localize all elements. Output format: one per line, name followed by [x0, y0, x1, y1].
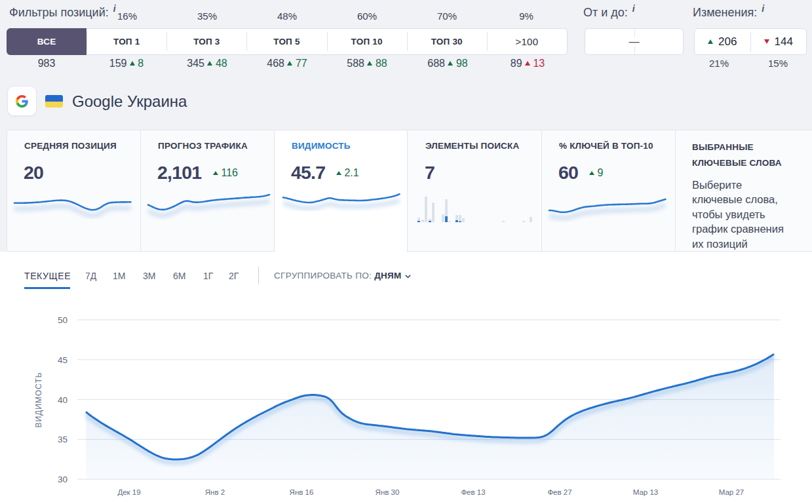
svg-text:45: 45	[58, 355, 68, 365]
svg-text:Янв 16: Янв 16	[290, 488, 314, 496]
svg-text:Мар 13: Мар 13	[633, 488, 659, 496]
svg-text:35: 35	[58, 435, 68, 444]
svg-text:Фев 13: Фев 13	[461, 488, 485, 496]
svg-text:40: 40	[58, 395, 68, 405]
svg-text:Янв 30: Янв 30	[376, 488, 400, 496]
svg-text:50: 50	[58, 315, 68, 325]
svg-text:ВИДИМОСТЬ: ВИДИМОСТЬ	[34, 372, 43, 427]
svg-text:Янв 2: Янв 2	[205, 488, 225, 496]
svg-text:30: 30	[58, 475, 68, 484]
svg-text:Мар 27: Мар 27	[719, 488, 744, 496]
svg-text:Фев 27: Фев 27	[547, 488, 571, 496]
svg-text:Дек 19: Дек 19	[117, 488, 140, 496]
